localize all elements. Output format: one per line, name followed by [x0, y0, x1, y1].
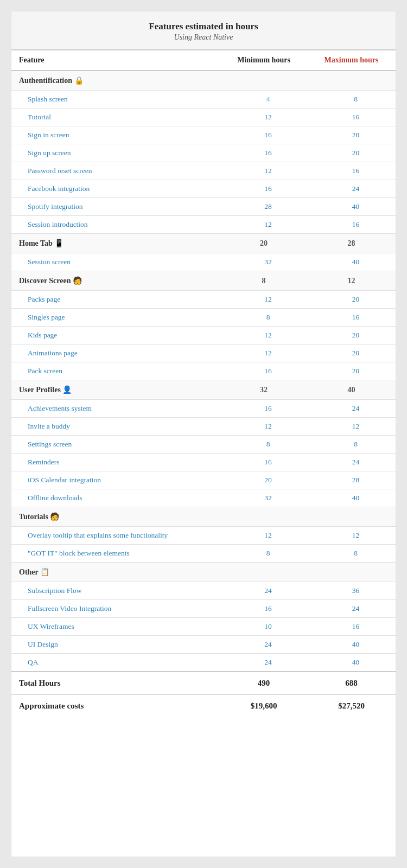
table-row: Facebook integration1624 [11, 180, 396, 198]
item-name: UX Wireframes [11, 618, 220, 636]
total-max: 688 [307, 672, 396, 695]
item-min: 10 [220, 618, 307, 636]
col-feature: Feature [11, 50, 220, 71]
item-min: 24 [220, 636, 307, 654]
table-body: Authentification 🔒Splash screen48Tutoria… [11, 71, 396, 717]
category-max: 12 [307, 271, 396, 291]
item-min: 12 [220, 291, 307, 309]
item-name: Password reset screen [11, 162, 220, 180]
category-row: User Profiles 👤3240 [11, 380, 396, 400]
table-row: Pack screen1620 [11, 362, 396, 380]
item-min: 8 [220, 436, 307, 454]
total-min: $19,600 [220, 695, 307, 718]
category-row: Other 📋 [11, 563, 396, 582]
item-name: Packs page [11, 291, 220, 309]
total-max: $27,520 [307, 695, 396, 718]
item-name: Invite a buddy [11, 418, 220, 436]
category-min: 32 [220, 380, 307, 400]
category-min: 20 [220, 234, 307, 253]
table-row: Offline downloads3240 [11, 489, 396, 507]
table-row: Singles page816 [11, 309, 396, 327]
table-row: Splash screen48 [11, 91, 396, 108]
item-min: 32 [220, 253, 307, 271]
item-name: Facebook integration [11, 180, 220, 198]
item-name: UI Design [11, 636, 220, 654]
item-max: 24 [307, 600, 396, 618]
table-row: Fullscreen Video Integration1624 [11, 600, 396, 618]
item-min: 12 [220, 418, 307, 436]
category-min [220, 71, 307, 91]
item-max: 40 [307, 654, 396, 672]
item-min: 24 [220, 654, 307, 672]
table-row: Session introduction1216 [11, 216, 396, 234]
item-max: 20 [307, 144, 396, 162]
category-row: Tutorials 🧑 [11, 507, 396, 527]
item-min: 28 [220, 198, 307, 216]
item-min: 20 [220, 471, 307, 489]
table-row: Animations page1220 [11, 344, 396, 362]
item-max: 40 [307, 253, 396, 271]
item-min: 16 [220, 454, 307, 471]
table-row: Tutorial1216 [11, 108, 396, 126]
item-max: 12 [307, 418, 396, 436]
category-min [220, 507, 307, 527]
category-name: Discover Screen 🧑 [11, 271, 220, 291]
category-max: 40 [307, 380, 396, 400]
item-name: Singles page [11, 309, 220, 327]
table-row: Reminders1624 [11, 454, 396, 471]
item-min: 16 [220, 126, 307, 144]
table-header-row: Feature Minimum hours Maximum hours [11, 50, 396, 71]
item-min: 12 [220, 527, 307, 545]
table-row: "GOT IT" block between elements88 [11, 545, 396, 563]
item-max: 28 [307, 471, 396, 489]
item-max: 24 [307, 454, 396, 471]
table-row: iOS Calendar integration2028 [11, 471, 396, 489]
card-header: Features estimated in hours Using React … [11, 11, 396, 50]
category-row: Discover Screen 🧑812 [11, 271, 396, 291]
item-max: 36 [307, 582, 396, 600]
table-row: Packs page1220 [11, 291, 396, 309]
table-row: Invite a buddy1212 [11, 418, 396, 436]
item-max: 8 [307, 545, 396, 563]
table-row: UX Wireframes1016 [11, 618, 396, 636]
item-min: 16 [220, 362, 307, 380]
item-min: 16 [220, 400, 307, 418]
total-hours-row: Total Hours490688 [11, 672, 396, 695]
item-max: 24 [307, 400, 396, 418]
category-max: 28 [307, 234, 396, 253]
item-max: 24 [307, 180, 396, 198]
category-name: Other 📋 [11, 563, 220, 582]
item-name: Tutorial [11, 108, 220, 126]
item-min: 16 [220, 600, 307, 618]
item-max: 40 [307, 198, 396, 216]
table-row: Overlay tooltip that explains some funct… [11, 527, 396, 545]
item-name: Kids page [11, 327, 220, 344]
category-name: Authentification 🔒 [11, 71, 220, 91]
item-min: 4 [220, 91, 307, 108]
item-min: 24 [220, 582, 307, 600]
table-row: QA2440 [11, 654, 396, 672]
item-max: 20 [307, 126, 396, 144]
item-name: Sign up screen [11, 144, 220, 162]
item-min: 16 [220, 144, 307, 162]
total-min: 490 [220, 672, 307, 695]
item-name: Session screen [11, 253, 220, 271]
item-min: 8 [220, 545, 307, 563]
table-row: Subscription Flow2436 [11, 582, 396, 600]
item-min: 12 [220, 216, 307, 234]
table-row: Spotify integration2840 [11, 198, 396, 216]
category-min [220, 563, 307, 582]
item-name: Session introduction [11, 216, 220, 234]
item-min: 12 [220, 108, 307, 126]
item-name: Spotify integration [11, 198, 220, 216]
category-max [307, 71, 396, 91]
card-title: Features estimated in hours [17, 21, 390, 32]
table-row: Session screen3240 [11, 253, 396, 271]
table-row: Password reset screen1216 [11, 162, 396, 180]
item-max: 40 [307, 636, 396, 654]
category-max [307, 563, 396, 582]
item-name: Overlay tooltip that explains some funct… [11, 527, 220, 545]
table-row: Achievements system1624 [11, 400, 396, 418]
item-name: Animations page [11, 344, 220, 362]
col-max: Maximum hours [307, 50, 396, 71]
